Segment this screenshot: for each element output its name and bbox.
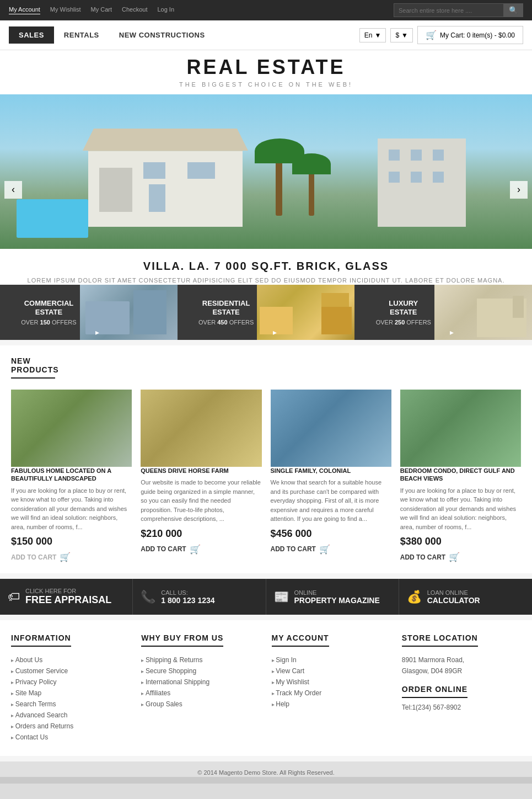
- product-desc-4: If you are looking for a place to buy or…: [400, 486, 521, 532]
- language-selector[interactable]: En ▼: [359, 28, 386, 42]
- category-commercial-image: [80, 285, 178, 340]
- my-wishlist-link[interactable]: My Wishlist: [50, 6, 81, 14]
- window-3: [433, 150, 444, 161]
- nav-item-sales[interactable]: SALES: [9, 26, 54, 44]
- copyright-text: © 2014 Magento Demo Store. All Rights Re…: [197, 769, 334, 776]
- footer-link-search[interactable]: Search Terms: [11, 699, 130, 710]
- promo-calculator[interactable]: 💰 LOAN ONLINE CALCULATOR: [399, 579, 532, 615]
- product-price-2: $210 000: [141, 528, 261, 540]
- slider-prev-button[interactable]: ‹: [4, 181, 22, 199]
- palm-decoration-1: [276, 161, 282, 216]
- footer-link-sitemap[interactable]: Site Map: [11, 688, 130, 699]
- login-link[interactable]: Log In: [157, 6, 174, 14]
- new-products-section: NEW PRODUCTS FABULOUS HOME LOCATED ON A …: [0, 345, 532, 573]
- appraisal-icon: 🏷: [8, 590, 20, 604]
- cart-icon-1: 🛒: [60, 552, 71, 562]
- calculator-icon: 💰: [407, 590, 422, 604]
- category-luxury[interactable]: LUXURYESTATE OVER 250 OFFERS ▸: [354, 285, 532, 340]
- nav-right: En ▼ $ ▼ 🛒 My Cart: 0 item(s) - $0.00: [359, 26, 523, 44]
- currency-selector[interactable]: $ ▼: [390, 28, 413, 42]
- product-card-2: QUEENS DRIVE HORSE FARM Our website is m…: [141, 390, 261, 562]
- promo-call[interactable]: 📞 CALL US: 1 800 123 1234: [133, 579, 266, 615]
- my-account-link[interactable]: My Account: [9, 6, 40, 14]
- footer-link-intl[interactable]: International Shipping: [141, 677, 260, 688]
- product-price-1: $150 000: [11, 536, 132, 547]
- cart-icon-4: 🛒: [449, 552, 460, 562]
- promo-calculator-text: LOAN ONLINE CALCULATOR: [427, 589, 480, 605]
- product-name-1: FABULOUS HOME LOCATED ON A BEAUTIFULLY L…: [11, 467, 132, 483]
- add-to-cart-label-4: ADD TO CART: [400, 553, 445, 561]
- category-commercial[interactable]: COMMERCIALESTATE OVER 150 OFFERS ▸: [0, 285, 178, 340]
- footer-link-privacy[interactable]: Privacy Policy: [11, 677, 130, 688]
- cart-icon: 🛒: [426, 30, 437, 40]
- footer-link-signin[interactable]: Sign In: [272, 654, 391, 665]
- window-5: [411, 172, 422, 183]
- search-input[interactable]: [394, 3, 504, 17]
- footer-link-group[interactable]: Group Sales: [141, 699, 260, 710]
- product-image-3: [271, 390, 391, 467]
- search-button[interactable]: 🔍: [504, 3, 523, 17]
- cart-icon-3: 🛒: [319, 544, 330, 555]
- footer-link-shipping[interactable]: Shipping & Returns: [141, 654, 260, 665]
- product-desc-1: If you are looking for a place to buy or…: [11, 486, 132, 532]
- house-decoration: [88, 150, 243, 227]
- slider: ‹: [0, 94, 532, 285]
- slider-next-button[interactable]: ›: [510, 181, 528, 199]
- footer-information-links: About Us Customer Service Privacy Policy…: [11, 654, 130, 743]
- footer-link-advanced[interactable]: Advanced Search: [11, 710, 130, 721]
- footer-link-contact[interactable]: Contact Us: [11, 732, 130, 743]
- footer-link-wishlist[interactable]: My Wishlist: [272, 677, 391, 688]
- product-card-1: FABULOUS HOME LOCATED ON A BEAUTIFULLY L…: [11, 390, 132, 562]
- footer-store-address: 8901 Marmora Road,Glasgow, D04 89GR: [402, 654, 521, 677]
- phone-icon: 📞: [141, 590, 155, 604]
- nav-menu: SALES RENTALS NEW CONSTRUCTIONS: [9, 26, 359, 44]
- product-price-3: $456 000: [271, 528, 391, 540]
- category-commercial-count: OVER 150 OFFERS: [8, 319, 90, 326]
- footer-link-help[interactable]: Help: [272, 699, 391, 710]
- window-2: [411, 150, 422, 161]
- product-image-2: [141, 390, 261, 467]
- checkout-link[interactable]: Checkout: [122, 6, 147, 14]
- promo-call-label: CALL US:: [161, 589, 214, 596]
- product-price-4: $380 000: [400, 536, 521, 547]
- categories: COMMERCIALESTATE OVER 150 OFFERS ▸ RESID…: [0, 285, 532, 340]
- footer-link-about[interactable]: About Us: [11, 654, 130, 665]
- cart-button[interactable]: 🛒 My Cart: 0 item(s) - $0.00: [417, 26, 523, 44]
- product-name-2: QUEENS DRIVE HORSE FARM: [141, 467, 261, 475]
- add-to-cart-button-2[interactable]: ADD TO CART 🛒: [141, 544, 200, 555]
- promo-call-text: CALL US: 1 800 123 1234: [161, 589, 214, 605]
- product-card-4: BEDROOM CONDO, DIRECT GULF AND BEACH VIE…: [400, 390, 521, 562]
- category-residential[interactable]: RESIDENTIALESTATE OVER 450 OFFERS ▸: [178, 285, 355, 340]
- promo-calculator-value: CALCULATOR: [427, 596, 480, 605]
- footer-link-customer[interactable]: Customer Service: [11, 665, 130, 677]
- footer-link-affiliates[interactable]: Affiliates: [141, 688, 260, 699]
- currency-label: $: [395, 31, 399, 39]
- cart-label: My Cart: 0 item(s) - $0.00: [440, 31, 515, 39]
- building-decoration: [378, 139, 466, 227]
- promo-appraisal[interactable]: 🏷 CLICK HERE FOR FREE APPRAISAL: [0, 579, 133, 615]
- footer-information: INFORMATION About Us Customer Service Pr…: [11, 633, 130, 743]
- search-bar: 🔍: [394, 3, 523, 17]
- footer-link-viewcart[interactable]: View Cart: [272, 665, 391, 677]
- hero-section: REAL ESTATE THE BIGGEST CHOICE ON THE WE…: [0, 50, 532, 340]
- category-luxury-count: OVER 250 OFFERS: [362, 319, 444, 326]
- cart-icon-2: 🛒: [190, 544, 201, 555]
- promo-magazine-label: ONLINE: [294, 589, 380, 596]
- footer-link-secure[interactable]: Secure Shopping: [141, 665, 260, 677]
- add-to-cart-button-3[interactable]: ADD TO CART 🛒: [271, 544, 330, 555]
- product-desc-2: Our website is made to become your relia…: [141, 478, 261, 524]
- promo-magazine[interactable]: 📰 ONLINE PROPERTY MAGAZINE: [266, 579, 399, 615]
- lang-label: En: [364, 31, 373, 39]
- product-card-3: SINGLE FAMILY, COLONIAL We know that sea…: [271, 390, 391, 562]
- nav-item-rentals[interactable]: RENTALS: [54, 26, 109, 44]
- footer-link-orders[interactable]: Orders and Returns: [11, 721, 130, 732]
- add-to-cart-button-4[interactable]: ADD TO CART 🛒: [400, 552, 460, 562]
- footer-order-online-title: ORDER ONLINE: [402, 685, 467, 698]
- footer-link-trackmyorder[interactable]: Track My Order: [272, 688, 391, 699]
- pool-decoration: [17, 199, 88, 238]
- category-residential-image: [257, 285, 354, 340]
- add-to-cart-label-1: ADD TO CART: [11, 553, 56, 561]
- category-residential-arrow: ▸: [273, 328, 277, 337]
- my-cart-link[interactable]: My Cart: [90, 6, 112, 14]
- nav-item-new-constructions[interactable]: NEW CONSTRUCTIONS: [109, 26, 215, 44]
